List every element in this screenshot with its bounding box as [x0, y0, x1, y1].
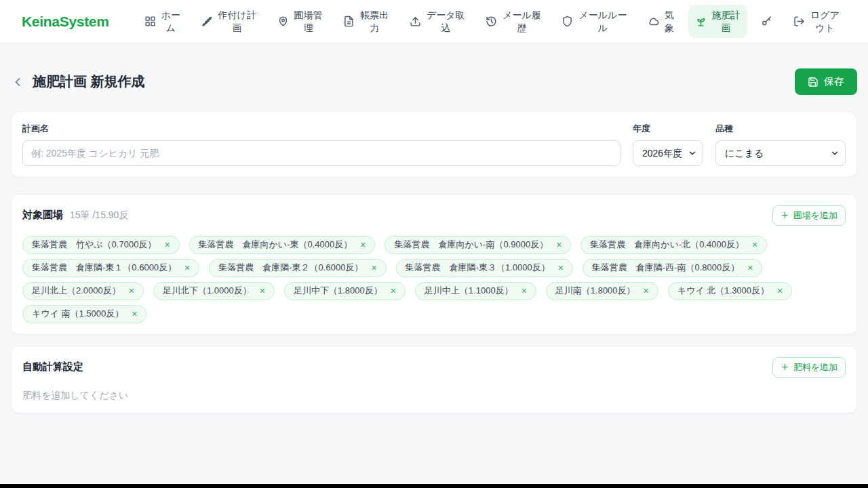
nav-item-password[interactable] — [754, 12, 779, 31]
nav-label: メールルー ル — [578, 9, 627, 33]
plan-name-label: 計画名 — [22, 123, 620, 135]
field-tag-label: 集落営農 竹やぶ（0.7000反） — [32, 239, 156, 251]
field-tag: 集落営農 倉庫隣-西-南（0.8000反）× — [583, 259, 763, 277]
page-header: 施肥計画 新規作成 保存 — [11, 64, 857, 100]
remove-field-button[interactable]: × — [556, 240, 561, 249]
nav-item-cropping-plan[interactable]: 作付け計 画 — [195, 5, 263, 37]
nav-label: ログア ウト — [810, 9, 840, 33]
nav-label: データ取 込 — [427, 9, 465, 33]
field-tag-label: 集落営農 倉庫隣-東１（0.6000反） — [32, 262, 176, 274]
field-tag: 集落営農 竹やぶ（0.7000反）× — [22, 236, 180, 254]
field-tag: キウイ 南（1.5000反）× — [22, 305, 146, 323]
nav-item-mail-rules[interactable]: メールルー ル — [555, 5, 633, 37]
variety-field-group: 品種 にこまる — [715, 123, 846, 166]
add-fertilizer-button-label: 肥料を追加 — [793, 361, 837, 373]
field-tag-list: 集落営農 竹やぶ（0.7000反）× 集落営農 倉庫向かい-東（0.4000反）… — [22, 236, 846, 323]
remove-field-button[interactable]: × — [164, 240, 170, 249]
nav-item-fertilization-plan[interactable]: 施肥計 画 — [688, 5, 747, 37]
nav-item-home[interactable]: ホー ム — [138, 5, 187, 37]
field-tag: 足川北上（2.0000反）× — [22, 282, 144, 300]
cloud-icon — [648, 16, 659, 27]
plan-name-input[interactable] — [22, 140, 620, 166]
field-tag: 集落営農 倉庫向かい-北（0.4000反）× — [580, 236, 767, 254]
target-fields-card: 対象圃場 15筆 /15.90反 圃場を追加 集落営農 竹やぶ（0.7000反）… — [11, 194, 857, 335]
field-tag: 足川北下（1.0000反）× — [153, 282, 275, 300]
document-icon — [343, 16, 355, 27]
remove-field-button[interactable]: × — [360, 240, 366, 249]
nav-label: 気 象 — [665, 9, 674, 33]
save-icon — [808, 77, 818, 87]
upload-icon — [410, 16, 421, 27]
auto-calc-card: 自動計算設定 肥料を追加 肥料を追加してください — [11, 346, 857, 413]
key-icon — [761, 16, 772, 27]
field-tag: 集落営農 倉庫隣-東３（1.0000反）× — [396, 259, 573, 277]
map-pin-icon — [277, 16, 289, 27]
auto-calc-title: 自動計算設定 — [22, 361, 83, 373]
chevron-left-icon — [11, 75, 24, 89]
save-button[interactable]: 保存 — [795, 68, 857, 95]
plan-form-card: 計画名 年度 2026年度 品種 にこまる — [11, 111, 857, 178]
field-tag: 集落営農 倉庫隣-東１（0.6000反）× — [22, 259, 199, 277]
wheat-icon — [201, 16, 213, 27]
nav-item-data-import[interactable]: データ取 込 — [403, 5, 472, 37]
plus-icon — [781, 363, 789, 371]
field-tag-label: キウイ 北（1.3000反） — [677, 285, 769, 297]
field-tag-label: 集落営農 倉庫向かい-北（0.4000反） — [590, 239, 744, 251]
target-fields-summary: 15筆 /15.90反 — [70, 209, 128, 222]
variety-label: 品種 — [715, 123, 846, 135]
remove-field-button[interactable]: × — [747, 263, 753, 272]
remove-field-button[interactable]: × — [644, 286, 649, 296]
back-button[interactable] — [11, 75, 24, 89]
fertilizer-empty-message: 肥料を追加してください — [22, 390, 846, 402]
nav-item-mail-history[interactable]: メール履 歴 — [479, 5, 548, 37]
nav-label: ホー ム — [161, 9, 180, 33]
logout-icon — [793, 16, 805, 27]
bottom-edge-bar — [0, 484, 868, 488]
sprout-icon — [695, 16, 707, 27]
remove-field-button[interactable]: × — [371, 263, 376, 272]
remove-field-button[interactable]: × — [132, 309, 137, 319]
add-fertilizer-button[interactable]: 肥料を追加 — [772, 357, 846, 378]
field-tag: 足川中上（1.1000反）× — [415, 282, 536, 300]
field-tag-label: 集落営農 倉庫隣-東２（0.6000反） — [218, 262, 363, 274]
plus-icon — [781, 211, 789, 220]
remove-field-button[interactable]: × — [777, 286, 783, 296]
top-navbar: KeinaSystem ホー ム 作付け計 画 圃場管 理 帳票出 力 データ取… — [0, 0, 868, 43]
nav-item-report-output[interactable]: 帳票出 力 — [336, 5, 395, 37]
field-tag: 足川中下（1.8000反）× — [284, 282, 406, 300]
field-tag-label: 集落営農 倉庫向かい-南（0.9000反） — [394, 239, 548, 251]
grid-icon — [144, 16, 156, 27]
field-tag-label: 足川北下（1.0000反） — [163, 285, 252, 297]
year-label: 年度 — [633, 123, 703, 135]
remove-field-button[interactable]: × — [184, 263, 190, 272]
field-tag: 集落営農 倉庫向かい-南（0.9000反）× — [384, 236, 571, 254]
field-tag-label: 集落営農 倉庫隣-東３（1.0000反） — [406, 262, 550, 274]
add-field-button-label: 圃場を追加 — [793, 209, 837, 222]
field-tag-label: 足川北上（2.0000反） — [32, 285, 121, 297]
main-nav: ホー ム 作付け計 画 圃場管 理 帳票出 力 データ取 込 メール履 歴 メー… — [138, 5, 846, 37]
year-field-group: 年度 2026年度 — [633, 123, 703, 166]
remove-field-button[interactable]: × — [129, 286, 134, 296]
history-icon — [486, 16, 497, 27]
remove-field-button[interactable]: × — [558, 263, 564, 272]
remove-field-button[interactable]: × — [260, 286, 265, 296]
field-tag: 足川南（1.8000反）× — [546, 282, 658, 300]
field-tag-label: 集落営農 倉庫向かい-東（0.4000反） — [199, 239, 353, 251]
app-logo: KeinaSystem — [22, 14, 109, 30]
remove-field-button[interactable]: × — [391, 286, 396, 296]
nav-label: 施肥計 画 — [712, 9, 741, 33]
field-tag-label: キウイ 南（1.5000反） — [32, 308, 123, 320]
plan-name-field-group: 計画名 — [22, 123, 620, 166]
save-button-label: 保存 — [824, 75, 844, 88]
remove-field-button[interactable]: × — [752, 240, 757, 249]
variety-select[interactable]: にこまる — [715, 140, 846, 166]
year-select[interactable]: 2026年度 — [633, 140, 703, 166]
remove-field-button[interactable]: × — [521, 286, 527, 296]
add-field-button[interactable]: 圃場を追加 — [772, 205, 846, 226]
nav-item-weather[interactable]: 気 象 — [641, 5, 681, 37]
shield-icon — [561, 16, 573, 27]
nav-item-logout[interactable]: ログア ウト — [787, 5, 846, 37]
nav-label: メール履 歴 — [502, 9, 541, 33]
nav-label: 圃場管 理 — [294, 9, 323, 33]
nav-item-field-management[interactable]: 圃場管 理 — [271, 5, 330, 37]
